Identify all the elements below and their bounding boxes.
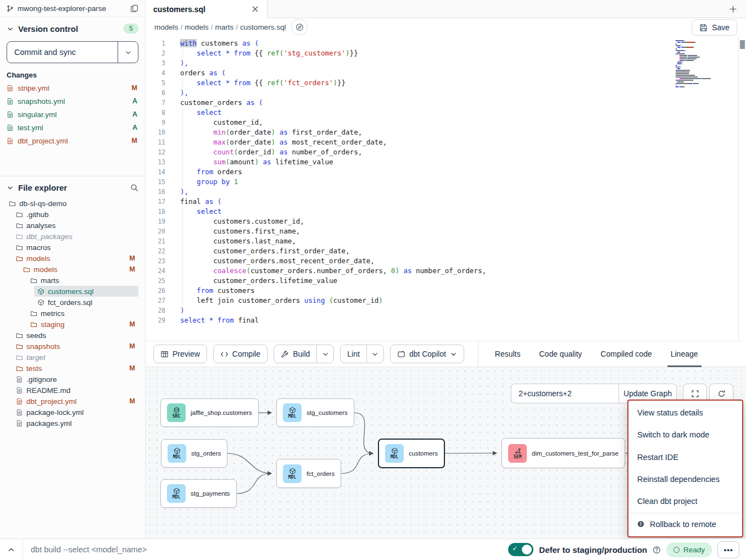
code-line[interactable]: 26 from customers xyxy=(146,286,738,296)
command-input[interactable]: dbt build --select <model_name> xyxy=(31,545,147,554)
copy-icon[interactable] xyxy=(130,4,138,13)
menu-item-rollback-to-remote[interactable]: Rollback to remote xyxy=(628,513,742,535)
toolbar-button-lint-dropdown[interactable] xyxy=(366,345,383,363)
more-options-button[interactable]: ••• xyxy=(717,541,739,558)
tab-compiled-code[interactable]: Compiled code xyxy=(600,341,652,367)
change-row[interactable]: snapshots.ymlA xyxy=(0,95,145,108)
code-line[interactable]: 10 min(order_date) as first_order_date, xyxy=(146,127,738,137)
search-icon[interactable] xyxy=(130,184,138,192)
tab-code-quality[interactable]: Code quality xyxy=(539,341,582,367)
lineage-node-src_customers[interactable]: SRCjaffle_shop.customers xyxy=(160,398,259,427)
code-editor[interactable]: 1with customers as (2 select * from {{ r… xyxy=(146,36,739,341)
tree-item-snapshots[interactable]: snapshotsM xyxy=(0,341,145,352)
change-row[interactable]: stripe.ymlM xyxy=(0,81,145,95)
code-line[interactable]: 3), xyxy=(146,58,738,68)
code-line[interactable]: 14 from orders xyxy=(146,167,738,177)
tab-lineage[interactable]: Lineage xyxy=(671,341,698,367)
menu-item-clean-dbt-project[interactable]: Clean dbt project xyxy=(628,490,742,512)
file-explorer-header[interactable]: File explorer xyxy=(0,176,145,198)
minimap[interactable] xyxy=(676,40,737,88)
change-row[interactable]: singular.ymlA xyxy=(0,108,145,121)
toolbar-button-lint-main[interactable]: Lint xyxy=(341,345,366,363)
code-line[interactable]: 9 customer_id, xyxy=(146,118,738,127)
lineage-node-stg_payments[interactable]: MDLstg_payments xyxy=(160,479,237,508)
code-line[interactable]: 8 select xyxy=(146,108,738,118)
lineage-node-stg_customers[interactable]: MDLstg_customers xyxy=(276,398,354,427)
editor-scrollbar[interactable] xyxy=(739,36,746,341)
toolbar-button-preview[interactable]: Preview xyxy=(153,345,207,363)
code-line[interactable]: 2 select * from {{ ref('stg_customers')}… xyxy=(146,48,738,58)
tree-item-dbt-project-yml[interactable]: dbt_project.ymlM xyxy=(0,396,145,407)
tree-item-metrics[interactable]: metrics xyxy=(0,308,145,319)
code-line[interactable]: 23 customer_orders.most_recent_order_dat… xyxy=(146,256,738,266)
code-line[interactable]: 16), xyxy=(146,187,738,197)
toolbar-button-build-dropdown[interactable] xyxy=(316,345,333,363)
tab-results[interactable]: Results xyxy=(495,341,521,367)
tree-item-macros[interactable]: macros xyxy=(0,242,145,253)
tree-item-packages-yml[interactable]: packages.yml xyxy=(0,418,145,429)
commit-options-dropdown[interactable] xyxy=(118,42,138,63)
code-line[interactable]: 12 count(order_id) as number_of_orders, xyxy=(146,147,738,157)
code-line[interactable]: 4orders as ( xyxy=(146,68,738,78)
breadcrumb-segment[interactable]: models xyxy=(185,23,209,31)
tree-item-models[interactable]: modelsM xyxy=(0,253,145,264)
tree-item-dbt-packages[interactable]: dbt_packages xyxy=(0,231,145,242)
command-bar-expand-button[interactable] xyxy=(0,539,23,560)
tree-item-marts[interactable]: marts xyxy=(0,275,145,286)
code-line[interactable]: 29select * from final xyxy=(146,315,738,325)
tree-item-target[interactable]: target xyxy=(0,352,145,363)
scrollbar-thumb[interactable] xyxy=(740,40,745,49)
tree-item-models[interactable]: modelsM xyxy=(0,264,145,275)
tree-item-db-sl-qs-demo[interactable]: db-sl-qs-demo xyxy=(0,198,145,209)
code-line[interactable]: 6), xyxy=(146,88,738,98)
code-line[interactable]: 27 left join customer_orders using (cust… xyxy=(146,296,738,306)
new-tab-button[interactable] xyxy=(720,0,746,18)
commit-and-sync-button[interactable]: Commit and sync xyxy=(7,41,138,63)
version-control-header[interactable]: Version control 5 xyxy=(0,17,145,38)
open-in-explorer-button[interactable] xyxy=(291,19,308,35)
tree-item--github[interactable]: .github xyxy=(0,209,145,220)
breadcrumb-segment[interactable]: models xyxy=(154,23,179,31)
save-button[interactable]: Save xyxy=(692,19,737,36)
lineage-node-dim_customers[interactable]: SEMdim_customers_test_for_parse xyxy=(502,438,625,468)
lineage-node-stg_orders[interactable]: MDLstg_orders xyxy=(161,439,227,468)
menu-item-view-status-details[interactable]: View status details xyxy=(628,402,742,424)
change-row[interactable]: dbt_project.ymlM xyxy=(0,134,145,147)
tab-customers-sql[interactable]: customers.sql xyxy=(146,0,268,18)
code-line[interactable]: 1with customers as ( xyxy=(146,38,738,48)
help-icon[interactable] xyxy=(653,546,661,554)
lineage-filter-input[interactable]: 2+customers+2 xyxy=(511,384,619,403)
close-icon[interactable] xyxy=(251,5,259,13)
code-line[interactable]: 21 customers.last_name, xyxy=(146,236,738,246)
tree-item-tests[interactable]: testsM xyxy=(0,363,145,374)
tree-item-staging[interactable]: stagingM xyxy=(0,319,145,330)
commit-and-sync-label[interactable]: Commit and sync xyxy=(7,42,118,63)
code-line[interactable]: 17final as ( xyxy=(146,197,738,207)
change-row[interactable]: test.ymlA xyxy=(0,121,145,134)
code-line[interactable]: 19 customers.customer_id, xyxy=(146,217,738,226)
tree-item-package-lock-yml[interactable]: package-lock.yml xyxy=(0,407,145,418)
menu-item-reinstall-dependencies[interactable]: Reinstall dependencies xyxy=(628,468,742,490)
tree-item-customers-sql[interactable]: customers.sql xyxy=(0,286,145,297)
code-line[interactable]: 24 coalesce(customer_orders.number_of_or… xyxy=(146,266,738,276)
menu-item-switch-to-dark-mode[interactable]: Switch to dark mode xyxy=(628,424,742,446)
code-line[interactable]: 25 customer_orders.lifetime_value xyxy=(146,276,738,286)
menu-item-restart-ide[interactable]: Restart IDE xyxy=(628,446,742,468)
defer-toggle[interactable]: ✓ xyxy=(508,543,533,556)
code-line[interactable]: 13 sum(amount) as lifetime_value xyxy=(146,157,738,167)
tree-item-seeds[interactable]: seeds xyxy=(0,330,145,341)
toolbar-button-build-main[interactable]: Build xyxy=(274,345,316,363)
tree-item--gitignore[interactable]: .gitignore xyxy=(0,374,145,385)
lineage-node-customers[interactable]: MDLcustomers xyxy=(378,439,445,468)
code-line[interactable]: 18 select xyxy=(146,207,738,217)
code-line[interactable]: 15 group by 1 xyxy=(146,177,738,187)
toolbar-button-compile[interactable]: Compile xyxy=(213,345,268,363)
tree-item-README-md[interactable]: README.md xyxy=(0,385,145,396)
lineage-node-fct_orders[interactable]: MDLfct_orders xyxy=(276,459,341,488)
toolbar-button-dbt-copilot[interactable]: dbt Copilot xyxy=(390,345,464,363)
code-line[interactable]: 7customer_orders as ( xyxy=(146,98,738,108)
tree-item-fct-orders-sql[interactable]: fct_orders.sql xyxy=(0,297,145,308)
breadcrumb-segment[interactable]: marts xyxy=(215,23,234,31)
code-line[interactable]: 28) xyxy=(146,306,738,315)
code-line[interactable]: 11 max(order_date) as most_recent_order_… xyxy=(146,137,738,147)
